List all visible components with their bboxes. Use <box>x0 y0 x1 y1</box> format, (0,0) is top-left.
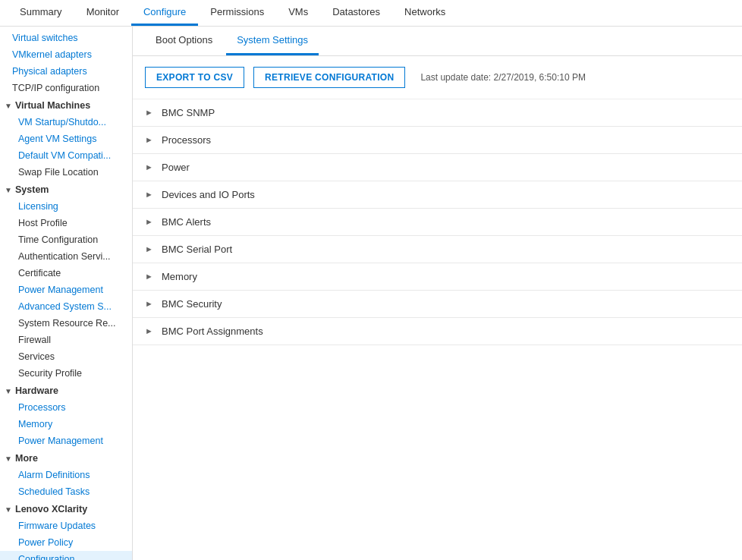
sidebar-group-system[interactable]: ▼System <box>0 181 132 198</box>
triangle-icon: ▼ <box>5 505 12 513</box>
sidebar-item-power-policy[interactable]: Power Policy <box>0 534 132 551</box>
top-nav-tab-networks[interactable]: Networks <box>392 0 457 26</box>
sidebar-item-default-vm-compat[interactable]: Default VM Compati... <box>0 147 132 164</box>
sidebar-item-swap-file[interactable]: Swap File Location <box>0 164 132 181</box>
chevron-right-icon: ► <box>145 326 156 337</box>
sidebar-item-scheduled-tasks[interactable]: Scheduled Tasks <box>0 483 132 500</box>
sidebar-item-vm-startup[interactable]: VM Startup/Shutdo... <box>0 114 132 131</box>
section-row-processors[interactable]: ►Processors <box>133 127 742 154</box>
chevron-right-icon: ► <box>145 299 156 310</box>
sections-list: ►BMC SNMP►Processors►Power►Devices and I… <box>133 99 742 345</box>
chevron-right-icon: ► <box>145 244 156 255</box>
top-nav-tab-configure[interactable]: Configure <box>131 0 198 26</box>
section-label-processors: Processors <box>162 134 211 146</box>
sidebar-group-hardware[interactable]: ▼Hardware <box>0 382 132 399</box>
section-row-bmc-snmp[interactable]: ►BMC SNMP <box>133 99 742 127</box>
sidebar-group-virtual-machines[interactable]: ▼Virtual Machines <box>0 96 132 114</box>
last-update-text: Last update date: 2/27/2019, 6:50:10 PM <box>420 72 586 83</box>
top-nav-tab-datastores[interactable]: Datastores <box>320 0 392 26</box>
sidebar-item-power-management[interactable]: Power Management <box>0 433 132 449</box>
section-label-bmc-serial-port: BMC Serial Port <box>162 244 232 255</box>
sidebar-item-host-profile[interactable]: Host Profile <box>0 215 132 231</box>
sidebar-group-lenovo-xclarity[interactable]: ▼Lenovo XClarity <box>0 500 132 518</box>
main-layout: Virtual switchesVMkernel adaptersPhysica… <box>0 27 742 560</box>
section-row-power[interactable]: ►Power <box>133 154 742 181</box>
sidebar-item-system-resource[interactable]: System Resource Re... <box>0 315 132 332</box>
section-row-memory[interactable]: ►Memory <box>133 263 742 291</box>
sidebar-item-firmware-updates[interactable]: Firmware Updates <box>0 518 132 534</box>
top-nav-tab-summary[interactable]: Summary <box>8 0 74 26</box>
section-label-bmc-security: BMC Security <box>162 298 222 310</box>
chevron-right-icon: ► <box>145 217 156 228</box>
sidebar-item-licensing[interactable]: Licensing <box>0 198 132 215</box>
sidebar-item-security-profile[interactable]: Security Profile <box>0 365 132 382</box>
triangle-icon: ▼ <box>5 455 12 462</box>
section-label-power: Power <box>162 162 190 173</box>
content-area: Boot OptionsSystem Settings EXPORT TO CS… <box>133 27 742 560</box>
sidebar-item-vmkernel-adapters[interactable]: VMkernel adapters <box>0 46 132 63</box>
retrieve-config-button[interactable]: RETRIEVE CONFIGURATION <box>253 67 405 88</box>
triangle-icon: ▼ <box>5 102 12 109</box>
chevron-right-icon: ► <box>145 135 156 146</box>
sidebar-item-agent-vm[interactable]: Agent VM Settings <box>0 131 132 147</box>
toolbar: EXPORT TO CSV RETRIEVE CONFIGURATION Las… <box>133 56 742 99</box>
top-nav-tab-permissions[interactable]: Permissions <box>198 0 276 26</box>
chevron-right-icon: ► <box>145 190 156 200</box>
triangle-icon: ▼ <box>5 387 12 395</box>
section-row-bmc-serial-port[interactable]: ►BMC Serial Port <box>133 236 742 263</box>
sidebar-item-services[interactable]: Services <box>0 348 132 365</box>
triangle-icon: ▼ <box>5 186 12 193</box>
sidebar: Virtual switchesVMkernel adaptersPhysica… <box>0 27 133 560</box>
top-nav-tab-vms[interactable]: VMs <box>276 0 320 26</box>
sidebar-item-alarm-defs[interactable]: Alarm Definitions <box>0 467 132 483</box>
sub-tabs: Boot OptionsSystem Settings <box>133 27 742 56</box>
chevron-right-icon: ► <box>145 162 156 173</box>
section-row-devices-io-ports[interactable]: ►Devices and IO Ports <box>133 181 742 209</box>
sidebar-item-physical-adapters[interactable]: Physical adapters <box>0 63 132 80</box>
export-csv-button[interactable]: EXPORT TO CSV <box>145 67 244 88</box>
sidebar-item-virtual-switches[interactable]: Virtual switches <box>0 30 132 46</box>
sub-tab-boot-options[interactable]: Boot Options <box>145 27 223 55</box>
sidebar-item-memory[interactable]: Memory <box>0 416 132 433</box>
sidebar-group-more[interactable]: ▼More <box>0 449 132 467</box>
chevron-right-icon: ► <box>145 108 156 118</box>
chevron-right-icon: ► <box>145 272 156 282</box>
top-navigation: SummaryMonitorConfigurePermissionsVMsDat… <box>0 0 742 27</box>
sidebar-item-firewall[interactable]: Firewall <box>0 332 132 348</box>
section-label-bmc-alerts: BMC Alerts <box>162 216 211 228</box>
sidebar-item-auth-service[interactable]: Authentication Servi... <box>0 248 132 265</box>
section-label-bmc-port-assignments: BMC Port Assignments <box>162 326 263 337</box>
top-nav-tab-monitor[interactable]: Monitor <box>74 0 131 26</box>
sidebar-item-time-config[interactable]: Time Configuration <box>0 231 132 248</box>
sidebar-item-certificate[interactable]: Certificate <box>0 265 132 282</box>
sidebar-item-power-mgmt[interactable]: Power Management <box>0 282 132 298</box>
section-row-bmc-alerts[interactable]: ►BMC Alerts <box>133 209 742 236</box>
sidebar-item-tcpip-config[interactable]: TCP/IP configuration <box>0 80 132 96</box>
section-row-bmc-port-assignments[interactable]: ►BMC Port Assignments <box>133 318 742 345</box>
section-label-bmc-snmp: BMC SNMP <box>162 107 215 118</box>
sub-tab-system-settings[interactable]: System Settings <box>226 27 319 55</box>
section-label-devices-io-ports: Devices and IO Ports <box>162 189 255 200</box>
section-row-bmc-security[interactable]: ►BMC Security <box>133 291 742 318</box>
sidebar-item-adv-system[interactable]: Advanced System S... <box>0 298 132 315</box>
section-label-memory: Memory <box>162 271 197 282</box>
sidebar-item-configuration[interactable]: Configuration <box>0 551 132 560</box>
sidebar-item-processors[interactable]: Processors <box>0 399 132 416</box>
